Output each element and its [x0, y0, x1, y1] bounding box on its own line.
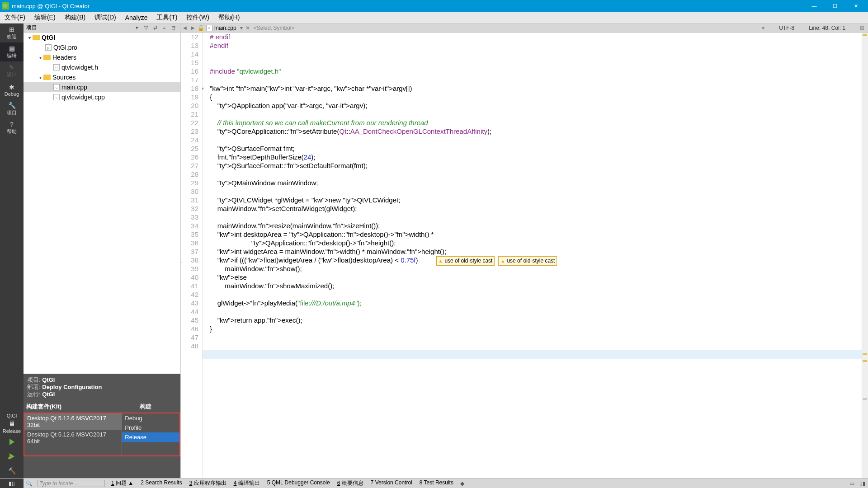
cursor-position[interactable]: Line: 48, Col: 1	[809, 25, 845, 31]
mode-welcome[interactable]: ⊞欢迎	[0, 23, 24, 42]
build-button[interactable]: 🔨	[0, 464, 24, 478]
tree-sources[interactable]: ▾Sources	[24, 72, 180, 82]
mode-debug[interactable]: ✱Debug	[0, 80, 24, 99]
menu-file[interactable]: 文件(F)	[0, 12, 30, 23]
output-tab-5[interactable]: 6 概要信息	[334, 479, 367, 487]
kit-row-32bit[interactable]: Desktop Qt 5.12.6 MSVC2017 32bit	[24, 413, 122, 430]
kit-row-64bit[interactable]: Desktop Qt 5.12.6 MSVC2017 64bit	[24, 430, 122, 446]
scroll-mark	[863, 360, 867, 362]
locator-icon[interactable]: 🔍	[24, 480, 34, 487]
close-file-button[interactable]: ✕	[245, 25, 251, 31]
output-tab-7[interactable]: 8 Test Results	[416, 479, 457, 487]
lock-icon[interactable]: 🔓	[197, 25, 204, 31]
mode-help[interactable]: ?帮助	[0, 118, 24, 137]
run-button[interactable]	[0, 435, 24, 449]
window-title: main.cpp @ QtGl - Qt Creator	[12, 3, 804, 9]
split-icon[interactable]: ⊞	[860, 25, 864, 31]
build-release[interactable]: Release	[122, 432, 179, 442]
proj-label: 项目:	[27, 376, 41, 383]
edit-icon: ▤	[9, 45, 15, 52]
maximize-button[interactable]: ☐	[825, 0, 845, 12]
add-button[interactable]: +	[160, 25, 169, 31]
encoding-label[interactable]: UTF-8	[779, 25, 794, 31]
deploy-value: Deploy Configuration	[42, 384, 102, 390]
output-tab-1[interactable]: 2 Search Results	[137, 479, 185, 487]
file-icon: h	[53, 64, 60, 70]
menu-bar: 文件(F) 编辑(E) 构建(B) 调试(D) Analyze 工具(T) 控件…	[0, 12, 868, 23]
pencil-icon: ✎	[9, 64, 14, 71]
file-dropdown[interactable]: ▾	[238, 25, 245, 31]
tree-headers[interactable]: ▾Headers	[24, 52, 180, 62]
link-button[interactable]: ⇄	[151, 25, 160, 31]
tree-item-pro[interactable]: pQtGl.pro	[24, 42, 180, 52]
file-tab[interactable]: cmain.cpp	[204, 25, 238, 31]
scrollbar-marks[interactable]	[862, 33, 868, 478]
file-name: main.cpp	[214, 25, 236, 31]
tree-root[interactable]: ▾QtGl	[24, 33, 180, 42]
kit-info-panel: 项目: QtGl 部署: Deploy Configuration 运行: Qt…	[24, 374, 180, 401]
menu-analyze[interactable]: Analyze	[121, 12, 152, 23]
locator-input[interactable]: Type to locate ...	[37, 480, 105, 487]
kit-column: Desktop Qt 5.12.6 MSVC2017 32bit Desktop…	[24, 413, 122, 455]
main-area: ⊞欢迎 ▤编辑 ✎设计 ✱Debug 🔧项目 ?帮助 QtGl 🖥 Releas…	[0, 23, 868, 478]
menu-edit[interactable]: 编辑(E)	[30, 12, 60, 23]
tree-item-header[interactable]: hqtvlcwidget.h	[24, 62, 180, 72]
build-debug[interactable]: Debug	[122, 413, 179, 423]
build-column: Debug Profile Release	[122, 413, 179, 455]
output-tab-6[interactable]: 7 Version Control	[367, 479, 416, 487]
output-tab-2[interactable]: 3 应用程序输出	[186, 479, 230, 487]
debug-run-button[interactable]	[0, 449, 24, 464]
target-name: QtGl	[7, 413, 17, 418]
output-tab-0[interactable]: 1 问题 ▲	[108, 479, 137, 487]
run-label: 运行:	[27, 391, 41, 398]
title-bar: Qt main.cpp @ QtGl - Qt Creator — ☐ ✕	[0, 0, 868, 12]
folder-icon	[43, 75, 51, 80]
expand-icon[interactable]: ▾	[37, 75, 43, 80]
sb-sidebar-toggle[interactable]: ▮▯	[0, 479, 24, 488]
menu-tools[interactable]: 工具(T)	[152, 12, 182, 23]
hammer-icon: 🔨	[8, 467, 16, 474]
build-header: 构建	[137, 401, 180, 413]
bug-icon: ✱	[9, 84, 14, 91]
mode-bar: ⊞欢迎 ▤编辑 ✎设计 ✱Debug 🔧项目 ?帮助 QtGl 🖥 Releas…	[0, 23, 24, 478]
mode-design[interactable]: ✎设计	[0, 61, 24, 80]
output-tab-4[interactable]: 5 QML Debugger Console	[264, 479, 334, 487]
play-debug-icon	[9, 453, 14, 460]
expand-icon[interactable]: ▾	[37, 55, 43, 60]
menu-window[interactable]: 控件(W)	[182, 12, 214, 23]
mode-edit[interactable]: ▤编辑	[0, 42, 24, 61]
target-selector[interactable]: QtGl 🖥 Release	[0, 412, 24, 435]
proj-value: QtGl	[42, 376, 55, 383]
app-icon: Qt	[2, 2, 9, 9]
tree-item-source-main[interactable]: cmain.cpp	[24, 82, 180, 92]
split-button[interactable]: ⊟	[169, 25, 178, 31]
code-editor[interactable]: 1213141516171819202122232425262728293031…	[181, 33, 868, 478]
grid-icon: ⊞	[9, 26, 14, 33]
project-tree[interactable]: ▾QtGl pQtGl.pro ▾Headers hqtvlcwidget.h …	[24, 33, 180, 374]
expand-icon[interactable]: ▾	[26, 35, 33, 40]
build-profile[interactable]: Profile	[122, 423, 179, 432]
mode-project[interactable]: 🔧项目	[0, 99, 24, 118]
target-config: Release	[3, 428, 21, 434]
toggle-right-sidebar[interactable]: ▯▮	[857, 480, 868, 487]
close-button[interactable]: ✕	[845, 0, 866, 12]
output-dropdown[interactable]: ◆	[457, 480, 468, 487]
kit-header: 构建套件(Kit)	[24, 401, 137, 413]
menu-build[interactable]: 构建(B)	[60, 12, 90, 23]
progress-icon[interactable]: ▭	[846, 480, 857, 487]
minimize-button[interactable]: —	[804, 0, 825, 12]
project-panel: 项目 ▾ ▽ ⇄ + ⊟ ▾QtGl pQtGl.pro ▾Headers hq…	[24, 23, 181, 478]
forward-button[interactable]: ▶	[189, 25, 197, 30]
folder-icon	[43, 55, 51, 60]
scroll-mark	[863, 34, 867, 36]
back-button[interactable]: ◀	[181, 25, 189, 30]
tree-item-source-widget[interactable]: cqtvlcwidget.cpp	[24, 92, 180, 102]
scroll-mark	[863, 353, 867, 355]
menu-help[interactable]: 帮助(H)	[214, 12, 244, 23]
dropdown-icon[interactable]: ▾	[132, 25, 142, 31]
code-content[interactable]: # endif#endif#include "qtvlcwidget.h""kw…	[203, 33, 868, 478]
output-tab-3[interactable]: 4 编译输出	[230, 479, 264, 487]
menu-debug[interactable]: 调试(D)	[90, 12, 120, 23]
symbol-selector[interactable]: <Select Symbol>	[251, 25, 759, 31]
filter-button[interactable]: ▽	[142, 25, 151, 31]
